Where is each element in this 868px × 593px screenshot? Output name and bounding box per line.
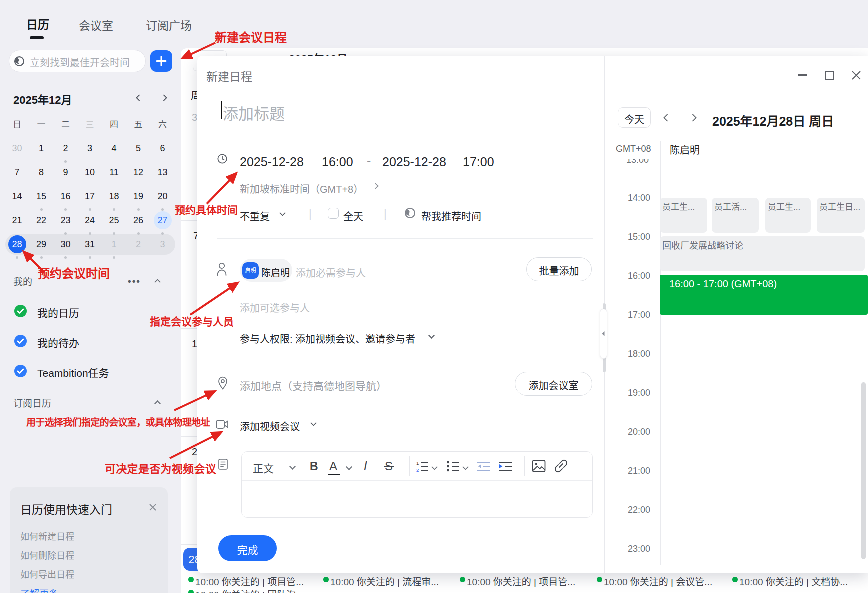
svg-text:1: 1: [416, 460, 419, 466]
svg-text:2: 2: [416, 468, 419, 473]
